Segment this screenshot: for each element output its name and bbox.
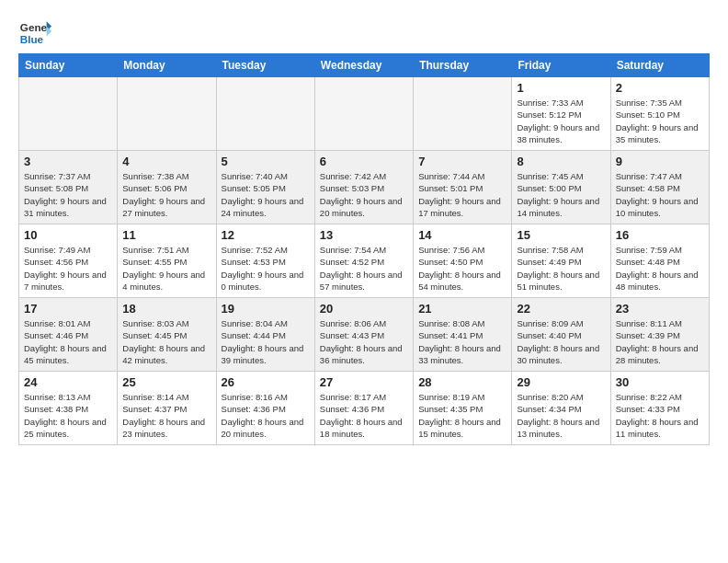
day-number: 12 <box>222 228 310 242</box>
svg-text:Blue: Blue <box>20 33 44 45</box>
day-info: Sunrise: 8:19 AM Sunset: 4:35 PM Dayligh… <box>418 391 506 440</box>
day-info: Sunrise: 8:01 AM Sunset: 4:46 PM Dayligh… <box>24 317 112 366</box>
day-info: Sunrise: 7:51 AM Sunset: 4:55 PM Dayligh… <box>122 244 210 293</box>
day-number: 20 <box>320 302 408 316</box>
day-info: Sunrise: 7:47 AM Sunset: 4:58 PM Dayligh… <box>616 170 704 219</box>
day-number: 2 <box>616 81 704 95</box>
weekday-header: Friday <box>512 54 610 77</box>
calendar-cell: 26Sunrise: 8:16 AM Sunset: 4:36 PM Dayli… <box>216 372 314 445</box>
calendar-cell: 5Sunrise: 7:40 AM Sunset: 5:05 PM Daylig… <box>216 151 314 224</box>
day-number: 29 <box>517 375 605 389</box>
calendar-week-row: 3Sunrise: 7:37 AM Sunset: 5:08 PM Daylig… <box>19 151 710 224</box>
calendar-cell: 28Sunrise: 8:19 AM Sunset: 4:35 PM Dayli… <box>414 372 512 445</box>
day-info: Sunrise: 7:44 AM Sunset: 5:01 PM Dayligh… <box>418 170 506 219</box>
weekday-header: Sunday <box>19 54 118 77</box>
day-info: Sunrise: 8:16 AM Sunset: 4:36 PM Dayligh… <box>222 391 310 440</box>
calendar-cell: 17Sunrise: 8:01 AM Sunset: 4:46 PM Dayli… <box>19 298 118 372</box>
day-info: Sunrise: 8:04 AM Sunset: 4:44 PM Dayligh… <box>222 317 310 366</box>
day-number: 6 <box>320 155 408 168</box>
calendar-cell: 20Sunrise: 8:06 AM Sunset: 4:43 PM Dayli… <box>314 298 413 372</box>
page-header: General Blue <box>18 15 710 48</box>
logo-icon: General Blue <box>18 15 51 48</box>
calendar-cell: 9Sunrise: 7:47 AM Sunset: 4:58 PM Daylig… <box>610 151 709 224</box>
day-number: 30 <box>616 375 704 389</box>
day-number: 18 <box>122 302 210 316</box>
day-number: 8 <box>517 155 605 168</box>
day-number: 3 <box>24 155 112 168</box>
day-info: Sunrise: 7:58 AM Sunset: 4:49 PM Dayligh… <box>517 244 605 293</box>
day-number: 11 <box>122 228 210 242</box>
calendar-cell: 3Sunrise: 7:37 AM Sunset: 5:08 PM Daylig… <box>19 151 118 224</box>
calendar-cell: 21Sunrise: 8:08 AM Sunset: 4:41 PM Dayli… <box>414 298 512 372</box>
calendar-cell: 23Sunrise: 8:11 AM Sunset: 4:39 PM Dayli… <box>610 298 709 372</box>
day-number: 9 <box>616 155 704 168</box>
day-number: 5 <box>222 155 310 168</box>
calendar-cell: 15Sunrise: 7:58 AM Sunset: 4:49 PM Dayli… <box>512 224 610 298</box>
day-info: Sunrise: 7:56 AM Sunset: 4:50 PM Dayligh… <box>418 244 506 293</box>
day-number: 10 <box>24 228 112 242</box>
day-info: Sunrise: 8:08 AM Sunset: 4:41 PM Dayligh… <box>418 317 506 366</box>
day-info: Sunrise: 7:40 AM Sunset: 5:05 PM Dayligh… <box>222 170 310 219</box>
day-number: 13 <box>320 228 408 242</box>
day-number: 17 <box>24 302 112 316</box>
day-info: Sunrise: 7:52 AM Sunset: 4:53 PM Dayligh… <box>222 244 310 293</box>
weekday-header: Saturday <box>610 54 709 77</box>
day-info: Sunrise: 8:14 AM Sunset: 4:37 PM Dayligh… <box>122 391 210 440</box>
day-info: Sunrise: 7:38 AM Sunset: 5:06 PM Dayligh… <box>122 170 210 219</box>
day-info: Sunrise: 7:35 AM Sunset: 5:10 PM Dayligh… <box>616 97 704 145</box>
day-info: Sunrise: 8:06 AM Sunset: 4:43 PM Dayligh… <box>320 317 408 366</box>
calendar-cell: 1Sunrise: 7:33 AM Sunset: 5:12 PM Daylig… <box>512 77 610 151</box>
calendar-cell <box>314 77 413 151</box>
calendar-cell: 10Sunrise: 7:49 AM Sunset: 4:56 PM Dayli… <box>19 224 118 298</box>
day-info: Sunrise: 7:54 AM Sunset: 4:52 PM Dayligh… <box>320 244 408 293</box>
day-info: Sunrise: 7:37 AM Sunset: 5:08 PM Dayligh… <box>24 170 112 219</box>
day-number: 25 <box>122 375 210 389</box>
day-number: 26 <box>222 375 310 389</box>
day-number: 16 <box>616 228 704 242</box>
day-number: 7 <box>418 155 506 168</box>
day-number: 24 <box>24 375 112 389</box>
day-info: Sunrise: 7:45 AM Sunset: 5:00 PM Dayligh… <box>517 170 605 219</box>
day-number: 15 <box>517 228 605 242</box>
calendar-cell: 30Sunrise: 8:22 AM Sunset: 4:33 PM Dayli… <box>610 372 709 445</box>
day-number: 23 <box>616 302 704 316</box>
day-info: Sunrise: 8:13 AM Sunset: 4:38 PM Dayligh… <box>24 391 112 440</box>
day-info: Sunrise: 8:11 AM Sunset: 4:39 PM Dayligh… <box>616 317 704 366</box>
calendar-week-row: 1Sunrise: 7:33 AM Sunset: 5:12 PM Daylig… <box>19 77 710 151</box>
calendar-cell: 8Sunrise: 7:45 AM Sunset: 5:00 PM Daylig… <box>512 151 610 224</box>
day-number: 21 <box>418 302 506 316</box>
logo: General Blue <box>18 15 51 48</box>
calendar-cell: 6Sunrise: 7:42 AM Sunset: 5:03 PM Daylig… <box>314 151 413 224</box>
day-info: Sunrise: 7:59 AM Sunset: 4:48 PM Dayligh… <box>616 244 704 293</box>
calendar-cell: 13Sunrise: 7:54 AM Sunset: 4:52 PM Dayli… <box>314 224 413 298</box>
day-number: 14 <box>418 228 506 242</box>
calendar-cell: 24Sunrise: 8:13 AM Sunset: 4:38 PM Dayli… <box>19 372 118 445</box>
calendar-cell: 19Sunrise: 8:04 AM Sunset: 4:44 PM Dayli… <box>216 298 314 372</box>
calendar-cell: 27Sunrise: 8:17 AM Sunset: 4:36 PM Dayli… <box>314 372 413 445</box>
weekday-header: Wednesday <box>314 54 413 77</box>
day-info: Sunrise: 7:42 AM Sunset: 5:03 PM Dayligh… <box>320 170 408 219</box>
calendar-cell <box>118 77 216 151</box>
calendar-cell: 18Sunrise: 8:03 AM Sunset: 4:45 PM Dayli… <box>118 298 216 372</box>
calendar-cell: 22Sunrise: 8:09 AM Sunset: 4:40 PM Dayli… <box>512 298 610 372</box>
calendar-cell: 14Sunrise: 7:56 AM Sunset: 4:50 PM Dayli… <box>414 224 512 298</box>
weekday-header-row: SundayMondayTuesdayWednesdayThursdayFrid… <box>19 54 710 77</box>
calendar-cell: 12Sunrise: 7:52 AM Sunset: 4:53 PM Dayli… <box>216 224 314 298</box>
calendar-cell: 25Sunrise: 8:14 AM Sunset: 4:37 PM Dayli… <box>118 372 216 445</box>
day-info: Sunrise: 8:03 AM Sunset: 4:45 PM Dayligh… <box>122 317 210 366</box>
calendar-week-row: 10Sunrise: 7:49 AM Sunset: 4:56 PM Dayli… <box>19 224 710 298</box>
calendar-cell <box>216 77 314 151</box>
calendar-cell: 29Sunrise: 8:20 AM Sunset: 4:34 PM Dayli… <box>512 372 610 445</box>
weekday-header: Thursday <box>414 54 512 77</box>
day-info: Sunrise: 8:09 AM Sunset: 4:40 PM Dayligh… <box>517 317 605 366</box>
calendar-cell <box>19 77 118 151</box>
calendar-cell <box>414 77 512 151</box>
calendar-cell: 2Sunrise: 7:35 AM Sunset: 5:10 PM Daylig… <box>610 77 709 151</box>
day-info: Sunrise: 8:17 AM Sunset: 4:36 PM Dayligh… <box>320 391 408 440</box>
day-number: 22 <box>517 302 605 316</box>
day-info: Sunrise: 7:49 AM Sunset: 4:56 PM Dayligh… <box>24 244 112 293</box>
day-number: 19 <box>222 302 310 316</box>
calendar-cell: 4Sunrise: 7:38 AM Sunset: 5:06 PM Daylig… <box>118 151 216 224</box>
day-number: 4 <box>122 155 210 168</box>
calendar-table: SundayMondayTuesdayWednesdayThursdayFrid… <box>18 53 710 445</box>
